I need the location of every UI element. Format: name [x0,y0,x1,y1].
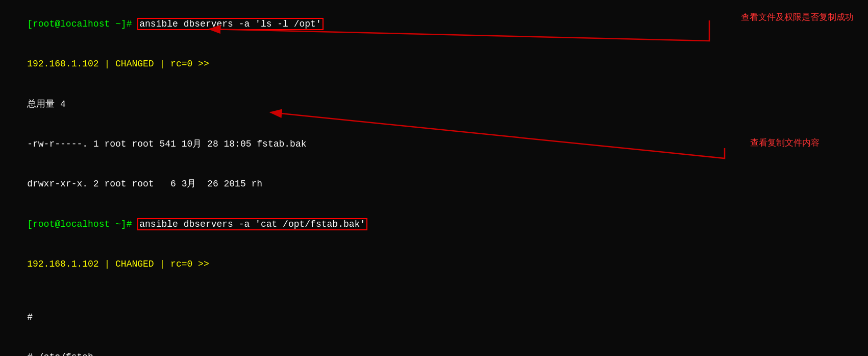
terminal-line-6: [root@localhost ~]# ansible dbservers -a… [5,204,863,244]
annotation-1: 查看文件及权限是否复制成功 [741,11,854,23]
prompt-1: [root@localhost ~]# [27,19,137,29]
terminal-line-5: drwxr-xr-x. 2 root root 6 3月 26 2015 rh [5,164,863,204]
terminal-line-4: -rw-r-----. 1 root root 541 10月 28 18:05… [5,124,863,164]
terminal-line-1: [root@localhost ~]# ansible dbservers -a… [5,4,863,44]
output-text-5: drwxr-xr-x. 2 root root 6 3月 26 2015 rh [27,179,262,189]
output-comment-9: # [27,312,33,322]
annotation-2: 查看复制文件内容 [750,137,820,149]
output-changed-1: CHANGED [115,59,154,69]
command-text-2: ansible dbservers -a 'cat /opt/fstab.bak… [139,219,365,229]
prompt-2: [root@localhost ~]# [27,219,137,229]
output-comment-10: # /etc/fstab [27,352,93,356]
output-text-3: 总用量 4 [27,99,66,109]
terminal-line-9: # [5,297,863,337]
output-text-4: -rw-r-----. 1 root root 541 10月 28 18:05… [27,139,306,149]
terminal-line-7: 192.168.1.102 | CHANGED | rc=0 >> [5,244,863,284]
terminal-line-3: 总用量 4 [5,84,863,124]
output-ip-2: 192.168.1.102 | [27,259,115,269]
terminal-line-8 [5,284,863,297]
command-box-2: ansible dbservers -a 'cat /opt/fstab.bak… [137,218,367,230]
terminal-line-2: 192.168.1.102 | CHANGED | rc=0 >> [5,44,863,84]
output-ip-1: 192.168.1.102 | [27,59,115,69]
output-changed-2: CHANGED [115,259,154,269]
terminal-window: [root@localhost ~]# ansible dbservers -a… [0,0,868,356]
command-text-1: ansible dbservers -a 'ls -l /opt' [139,19,321,29]
terminal-line-10: # /etc/fstab [5,337,863,356]
command-box-1: ansible dbservers -a 'ls -l /opt' [137,18,323,30]
output-rc-1: | rc=0 >> [154,59,209,69]
output-rc-2: | rc=0 >> [154,259,209,269]
